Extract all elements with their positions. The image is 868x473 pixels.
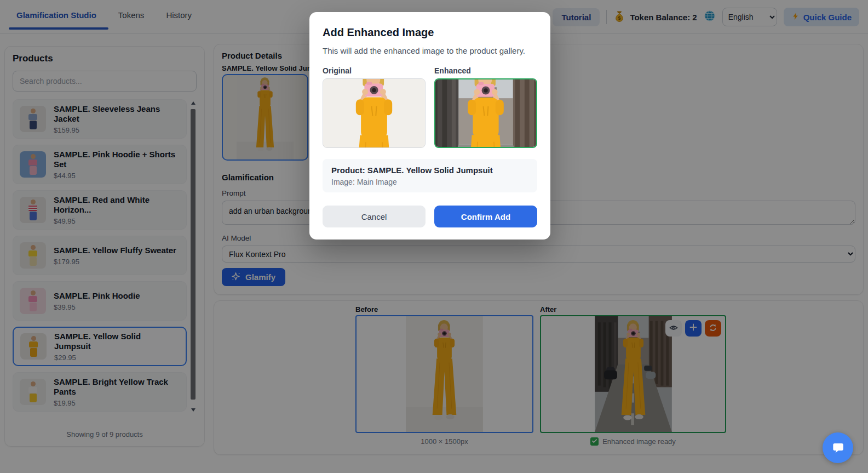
add-enhanced-image-modal: Add Enhanced Image This will add the enh…	[309, 12, 550, 240]
modal-product-line: Product: SAMPLE. Yellow Solid Jumpsuit	[331, 165, 528, 176]
confirm-add-button[interactable]: Confirm Add	[434, 206, 537, 227]
original-image	[323, 78, 426, 148]
modal-image-line: Image: Main Image	[331, 178, 528, 186]
modal-title: Add Enhanced Image	[323, 26, 537, 39]
cancel-button[interactable]: Cancel	[323, 206, 426, 227]
modal-product-info: Product: SAMPLE. Yellow Solid Jumpsuit I…	[323, 159, 537, 192]
modal-subtitle: This will add the enhanced image to the …	[323, 46, 537, 55]
chat-widget-button[interactable]	[823, 432, 853, 463]
enhanced-image	[434, 78, 537, 148]
original-label: Original	[323, 66, 426, 75]
chat-bubble-icon	[831, 440, 845, 456]
enhanced-label: Enhanced	[434, 66, 537, 75]
